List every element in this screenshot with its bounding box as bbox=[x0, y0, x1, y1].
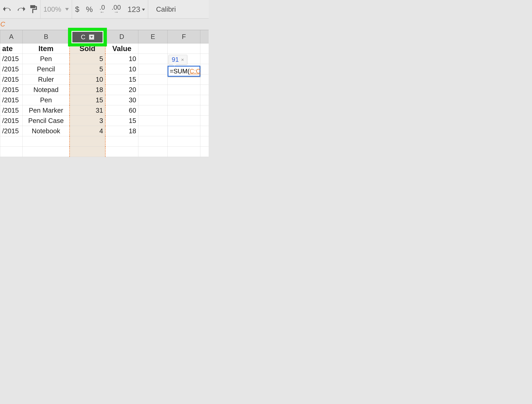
column-header-B[interactable]: B bbox=[23, 30, 70, 43]
cell[interactable]: Pen bbox=[23, 54, 70, 64]
cell[interactable] bbox=[200, 74, 209, 85]
cell[interactable]: Pen Marker bbox=[23, 105, 70, 116]
table-row[interactable]: /2015 Pen 15 30 bbox=[0, 95, 209, 105]
cell[interactable]: Item bbox=[23, 43, 70, 54]
cell[interactable] bbox=[200, 126, 209, 136]
font-family-dropdown[interactable]: Calibri bbox=[151, 5, 181, 13]
name-box[interactable]: C bbox=[0, 20, 5, 28]
table-row[interactable]: /2015 Pen Marker 31 60 bbox=[0, 105, 209, 116]
cell[interactable] bbox=[168, 147, 200, 157]
cell[interactable] bbox=[168, 116, 200, 126]
cell[interactable]: Ruler bbox=[23, 74, 70, 85]
cell[interactable]: 10 bbox=[105, 64, 138, 74]
column-header-F[interactable]: F bbox=[168, 30, 200, 43]
cell[interactable] bbox=[200, 116, 209, 126]
table-row[interactable]: /2015 Notebook 4 18 bbox=[0, 126, 209, 136]
cell[interactable]: /2015 bbox=[0, 126, 23, 136]
cell[interactable] bbox=[70, 147, 105, 157]
cell[interactable]: 10 bbox=[105, 54, 138, 64]
cell[interactable] bbox=[23, 147, 70, 157]
column-header-D[interactable]: D bbox=[105, 30, 138, 43]
cell[interactable] bbox=[138, 74, 168, 85]
cell[interactable] bbox=[138, 147, 168, 157]
cell[interactable]: 18 bbox=[105, 126, 138, 136]
cell[interactable]: /2015 bbox=[0, 85, 23, 95]
cell[interactable]: Pencil bbox=[23, 64, 70, 74]
cell[interactable]: 60 bbox=[105, 105, 138, 116]
cell[interactable] bbox=[168, 43, 200, 54]
cell[interactable]: /2015 bbox=[0, 64, 23, 74]
cell[interactable] bbox=[138, 54, 168, 64]
cell[interactable]: ate bbox=[0, 43, 23, 54]
cell[interactable] bbox=[0, 136, 23, 147]
table-row[interactable]: /2015 Pencil Case 3 15 bbox=[0, 116, 209, 126]
cell[interactable] bbox=[168, 105, 200, 116]
table-row[interactable] bbox=[0, 147, 209, 157]
column-headers[interactable]: A B C D E F bbox=[0, 30, 209, 43]
redo-button[interactable] bbox=[16, 5, 25, 13]
cell[interactable] bbox=[200, 105, 209, 116]
cell[interactable]: 5 bbox=[70, 64, 105, 74]
cell[interactable] bbox=[200, 85, 209, 95]
cell[interactable]: 15 bbox=[105, 74, 138, 85]
decrease-decimal-button[interactable]: .0 ← bbox=[99, 5, 105, 14]
cell[interactable]: /2015 bbox=[0, 116, 23, 126]
cell[interactable]: 5 bbox=[70, 54, 105, 64]
cell[interactable]: /2015 bbox=[0, 105, 23, 116]
cell[interactable]: 15 bbox=[70, 95, 105, 105]
cell[interactable] bbox=[200, 64, 209, 74]
cell[interactable] bbox=[200, 43, 209, 54]
cell[interactable]: 4 bbox=[70, 126, 105, 136]
cell[interactable]: 20 bbox=[105, 85, 138, 95]
cell[interactable]: Value bbox=[105, 43, 138, 54]
cell[interactable] bbox=[138, 126, 168, 136]
table-row[interactable]: /2015 Notepad 18 20 bbox=[0, 85, 209, 95]
spreadsheet-grid[interactable]: A B C D E F ate Item Sold Value bbox=[0, 30, 209, 157]
column-header-A[interactable]: A bbox=[0, 30, 23, 43]
cell[interactable]: 30 bbox=[105, 95, 138, 105]
cell[interactable] bbox=[200, 54, 209, 64]
cell[interactable]: /2015 bbox=[0, 54, 23, 64]
cell[interactable] bbox=[168, 85, 200, 95]
cell[interactable]: Pencil Case bbox=[23, 116, 70, 126]
cell[interactable] bbox=[138, 136, 168, 147]
cell[interactable] bbox=[200, 147, 209, 157]
cell[interactable]: 31 bbox=[70, 105, 105, 116]
cell[interactable]: Pen bbox=[23, 95, 70, 105]
cell[interactable]: Notebook bbox=[23, 126, 70, 136]
column-menu-button[interactable] bbox=[89, 35, 94, 39]
cell[interactable] bbox=[200, 95, 209, 105]
undo-button[interactable] bbox=[3, 5, 12, 13]
close-icon[interactable]: × bbox=[181, 57, 184, 63]
cell[interactable]: 15 bbox=[105, 116, 138, 126]
zoom-dropdown[interactable]: 100% bbox=[40, 0, 72, 19]
cell[interactable] bbox=[23, 136, 70, 147]
cell[interactable]: Notepad bbox=[23, 85, 70, 95]
cell[interactable] bbox=[168, 136, 200, 147]
format-percent-button[interactable]: % bbox=[86, 5, 93, 14]
cell[interactable] bbox=[70, 136, 105, 147]
cell[interactable] bbox=[200, 136, 209, 147]
cell[interactable]: 18 bbox=[70, 85, 105, 95]
cell[interactable] bbox=[105, 136, 138, 147]
table-row[interactable] bbox=[0, 136, 209, 147]
cell[interactable] bbox=[168, 95, 200, 105]
increase-decimal-button[interactable]: .00 → bbox=[112, 5, 121, 14]
cell[interactable]: /2015 bbox=[0, 95, 23, 105]
cell[interactable] bbox=[138, 43, 168, 54]
cell[interactable] bbox=[138, 116, 168, 126]
cell[interactable] bbox=[138, 85, 168, 95]
cell[interactable]: 10 bbox=[70, 74, 105, 85]
cell[interactable]: 3 bbox=[70, 116, 105, 126]
column-header-C[interactable]: C bbox=[70, 30, 105, 43]
cell[interactable] bbox=[168, 126, 200, 136]
number-format-dropdown[interactable]: 123 bbox=[127, 5, 145, 14]
active-formula-cell[interactable]: =SUM(C:C bbox=[168, 66, 200, 77]
cell[interactable] bbox=[105, 147, 138, 157]
format-currency-button[interactable]: $ bbox=[75, 5, 79, 14]
cell[interactable] bbox=[0, 147, 23, 157]
cell[interactable] bbox=[138, 105, 168, 116]
column-header-E[interactable]: E bbox=[138, 30, 168, 43]
cell[interactable] bbox=[138, 64, 168, 74]
cell[interactable] bbox=[138, 95, 168, 105]
